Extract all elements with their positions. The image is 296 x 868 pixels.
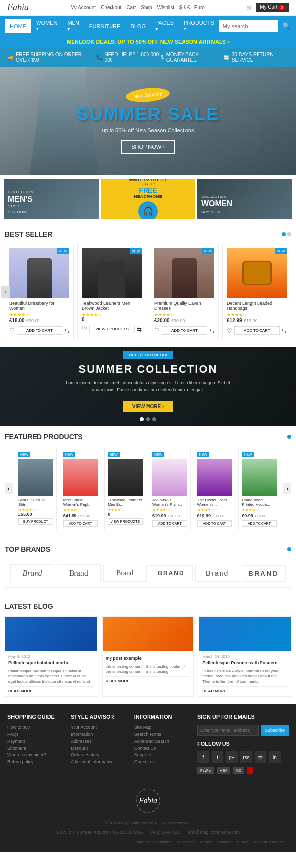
featured-action-5[interactable]: ADD TO CART: [242, 520, 277, 527]
search-button[interactable]: 🔍: [278, 20, 295, 32]
footer-premium[interactable]: Premium Themes: [217, 840, 248, 844]
bestseller-dots[interactable]: [282, 232, 291, 236]
email-input[interactable]: [197, 725, 259, 736]
footer-brand-name: Fabia: [139, 796, 157, 805]
brand-item-4[interactable]: Brand: [195, 565, 239, 582]
coll-dot-3[interactable]: [152, 417, 156, 421]
featured-action-2[interactable]: VIEW PRODUCTS: [108, 518, 143, 525]
add-to-cart-2[interactable]: ADD TO CART: [162, 326, 207, 335]
wishlist-icon-1[interactable]: ♡: [82, 326, 87, 333]
add-to-cart-0[interactable]: ADD TO CART: [17, 326, 62, 335]
women-action[interactable]: BUY NOW: [201, 210, 232, 215]
footer-orders-history[interactable]: Orders History: [71, 752, 126, 757]
footer-information[interactable]: Information: [71, 732, 126, 737]
brand-logo[interactable]: Fabia: [7, 2, 29, 13]
featured-action-4[interactable]: ADD TO CART: [197, 520, 232, 527]
blog-read-more-2[interactable]: READ MORE: [202, 686, 288, 693]
footer-additional-info[interactable]: Additional Information: [71, 759, 126, 764]
brand-item-2[interactable]: Brand: [103, 565, 147, 582]
promo-banner[interactable]: MENLOOK DEALS: UP TO 50% OFF NEW SEASON …: [0, 36, 296, 48]
featured-action-0[interactable]: BUY PRODUCT: [18, 518, 53, 525]
search-input[interactable]: [219, 21, 278, 32]
dot-1[interactable]: [282, 232, 286, 236]
email-text[interactable]: abc@magicommerce.com: [188, 830, 240, 835]
brands-dot-1[interactable]: [287, 547, 291, 551]
compare-icon-3[interactable]: ⇆: [282, 327, 287, 334]
nav-pages[interactable]: PAGES ▾: [150, 16, 179, 36]
cart-link[interactable]: Cart: [126, 5, 136, 10]
women-category-banner[interactable]: COLLECTION WOMEN BUY NOW: [197, 179, 292, 219]
view-more-button[interactable]: VIEW MORE ›: [123, 401, 173, 412]
shop-link[interactable]: Shop: [141, 5, 152, 10]
featured-prev-arrow[interactable]: ‹: [5, 483, 13, 494]
subscribe-button[interactable]: Subscribe: [261, 725, 289, 736]
add-to-cart-3[interactable]: ADD TO CART: [234, 326, 280, 335]
featured-dot-1[interactable]: [287, 435, 291, 439]
footer-how-to-buy[interactable]: How to buy: [7, 725, 63, 730]
footer-site-map[interactable]: Site Map: [134, 725, 190, 730]
blog-read-more-0[interactable]: READ MORE: [8, 686, 94, 693]
footer-addresses[interactable]: Addresses: [71, 739, 126, 744]
view-products-1[interactable]: VIEW PRODUCTS: [89, 325, 135, 333]
hero-cta-button[interactable]: SHOP NOW ›: [121, 140, 175, 154]
footer-contact-us[interactable]: Contact Us: [134, 746, 190, 750]
brand-item-3[interactable]: BRAND: [149, 565, 193, 581]
brands-dots[interactable]: [287, 547, 291, 551]
brand-item-5[interactable]: BRAND: [242, 565, 286, 582]
compare-icon-1[interactable]: ⇆: [137, 326, 142, 333]
footer-return-policy[interactable]: Return policy: [7, 759, 63, 764]
brand-item-1[interactable]: Brand: [57, 564, 101, 582]
footer-discount[interactable]: Discount: [71, 746, 126, 750]
footer-responsive[interactable]: Responsive Themes: [176, 840, 212, 844]
wishlist-icon-2[interactable]: ♡: [154, 327, 160, 334]
mens-category-banner[interactable]: COLLECTION MEN'S STYLE BUY NOW: [4, 179, 99, 219]
blog-img-0: [5, 617, 97, 651]
my-account-link[interactable]: My Account: [70, 5, 96, 10]
footer-magento-themes[interactable]: Magento Themes: [253, 840, 284, 844]
footer-payment[interactable]: Payment: [7, 739, 63, 744]
nav-furniture[interactable]: FURNITURE: [84, 19, 126, 33]
instagram-icon[interactable]: 📷: [255, 751, 266, 763]
compare-icon-2[interactable]: ⇆: [209, 327, 214, 334]
footer-our-stores[interactable]: Our stores: [134, 759, 190, 764]
nav-home[interactable]: HOME: [5, 19, 31, 33]
prev-arrow[interactable]: ‹: [1, 286, 10, 298]
footer-suppliers[interactable]: Suppliers: [134, 752, 190, 757]
footer-magento-ext[interactable]: Magento Extensions: [136, 840, 172, 844]
nav-women[interactable]: WOMEN ▾: [31, 16, 62, 36]
currency-selector[interactable]: $ £ € · Euro: [179, 5, 205, 10]
facebook-icon[interactable]: f: [197, 751, 209, 763]
featured-action-1[interactable]: ADD TO CART: [63, 520, 98, 527]
footer-search-terms[interactable]: Search Terms: [134, 732, 190, 737]
blog-read-more-1[interactable]: READ MORE: [106, 676, 191, 683]
brand-item-0[interactable]: Brand: [10, 564, 54, 582]
wishlist-icon-0[interactable]: ♡: [9, 327, 15, 334]
coll-dot-2[interactable]: [146, 417, 150, 421]
featured-dots[interactable]: [287, 435, 291, 439]
footer-advanced-search[interactable]: Advanced Search: [134, 739, 190, 744]
rss-icon[interactable]: rss: [240, 751, 252, 763]
featured-next-arrow[interactable]: ›: [283, 483, 291, 494]
twitter-icon[interactable]: t: [212, 751, 223, 763]
wishlist-icon-3[interactable]: ♡: [227, 327, 232, 334]
nav-blog[interactable]: BLOG: [125, 19, 150, 33]
footer-your-account[interactable]: Your Account: [71, 725, 126, 730]
nav-products[interactable]: PRODUCTS ▾: [179, 16, 219, 36]
featured-action-3[interactable]: ADD TO CART: [152, 520, 187, 527]
product-badge-3: NEW: [275, 248, 287, 254]
footer-shipment[interactable]: Shipment: [7, 746, 63, 750]
wishlist-link[interactable]: Wishlist: [157, 5, 174, 10]
coll-dot-1[interactable]: [140, 417, 144, 421]
footer-faqs[interactable]: FAQs: [7, 732, 63, 737]
phone-text[interactable]: (408) 204-7157: [150, 830, 181, 835]
free-headphone-banner[interactable]: WANT TO TRY IT? TRY IT? FREE HEADPHONE 🎧: [101, 179, 195, 219]
nav-men[interactable]: MEN ▾: [62, 16, 84, 36]
checkout-link[interactable]: Checkout: [101, 5, 121, 10]
googleplus-icon[interactable]: g+: [226, 751, 238, 763]
mens-action[interactable]: BUY NOW: [8, 210, 33, 215]
compare-icon-0[interactable]: ⇆: [64, 327, 69, 334]
dot-2[interactable]: [287, 232, 291, 236]
linkedin-icon[interactable]: in: [269, 751, 281, 763]
footer-order-status[interactable]: Where is my order?: [7, 752, 63, 757]
cart-button[interactable]: My Cart 0: [256, 3, 289, 12]
